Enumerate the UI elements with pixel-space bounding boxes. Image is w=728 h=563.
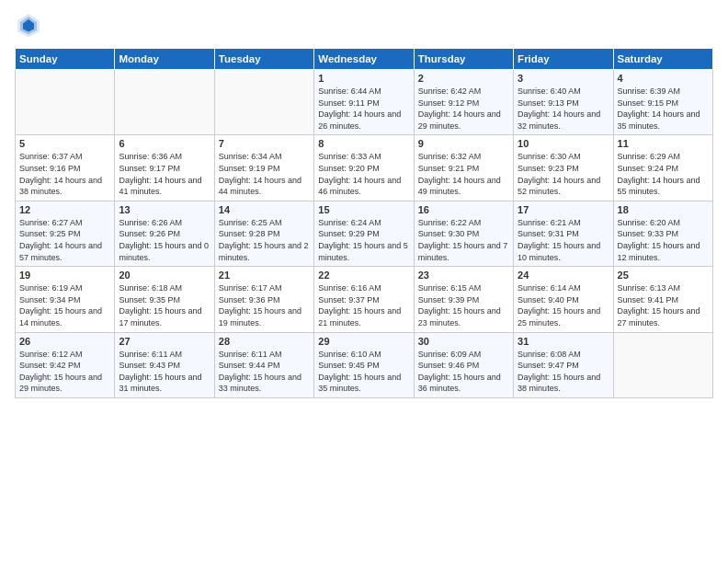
day-number: 12 xyxy=(19,204,110,215)
calendar-cell: 4Sunrise: 6:39 AM Sunset: 9:15 PM Daylig… xyxy=(613,70,712,135)
day-info: Sunrise: 6:18 AM Sunset: 9:35 PM Dayligh… xyxy=(119,282,210,328)
day-info: Sunrise: 6:34 AM Sunset: 9:19 PM Dayligh… xyxy=(219,151,310,197)
day-number: 7 xyxy=(219,138,310,149)
calendar-cell: 16Sunrise: 6:22 AM Sunset: 9:30 PM Dayli… xyxy=(414,201,513,266)
header-cell-wednesday: Wednesday xyxy=(314,49,414,70)
day-info: Sunrise: 6:12 AM Sunset: 9:42 PM Dayligh… xyxy=(19,349,110,395)
header xyxy=(15,11,713,39)
day-number: 19 xyxy=(19,270,110,281)
day-number: 17 xyxy=(518,204,609,215)
calendar-cell: 3Sunrise: 6:40 AM Sunset: 9:13 PM Daylig… xyxy=(514,70,613,135)
day-number: 6 xyxy=(119,138,210,149)
day-info: Sunrise: 6:10 AM Sunset: 9:45 PM Dayligh… xyxy=(318,349,409,395)
calendar-cell: 12Sunrise: 6:27 AM Sunset: 9:25 PM Dayli… xyxy=(16,201,115,266)
day-info: Sunrise: 6:22 AM Sunset: 9:30 PM Dayligh… xyxy=(418,217,509,263)
day-info: Sunrise: 6:20 AM Sunset: 9:33 PM Dayligh… xyxy=(618,217,709,263)
day-info: Sunrise: 6:33 AM Sunset: 9:20 PM Dayligh… xyxy=(318,151,409,197)
day-info: Sunrise: 6:24 AM Sunset: 9:29 PM Dayligh… xyxy=(318,217,409,263)
day-info: Sunrise: 6:19 AM Sunset: 9:34 PM Dayligh… xyxy=(19,282,110,328)
day-number: 23 xyxy=(418,270,509,281)
calendar-cell: 22Sunrise: 6:16 AM Sunset: 9:37 PM Dayli… xyxy=(314,267,414,332)
calendar-cell: 30Sunrise: 6:09 AM Sunset: 9:46 PM Dayli… xyxy=(414,332,513,397)
day-info: Sunrise: 6:15 AM Sunset: 9:39 PM Dayligh… xyxy=(418,282,509,328)
day-info: Sunrise: 6:14 AM Sunset: 9:40 PM Dayligh… xyxy=(518,282,609,328)
day-number: 2 xyxy=(418,73,509,84)
calendar-header: SundayMondayTuesdayWednesdayThursdayFrid… xyxy=(16,49,713,70)
day-number: 18 xyxy=(618,204,709,215)
header-cell-sunday: Sunday xyxy=(16,49,115,70)
day-number: 16 xyxy=(418,204,509,215)
day-info: Sunrise: 6:37 AM Sunset: 9:16 PM Dayligh… xyxy=(19,151,110,197)
day-info: Sunrise: 6:32 AM Sunset: 9:21 PM Dayligh… xyxy=(418,151,509,197)
header-cell-saturday: Saturday xyxy=(613,49,712,70)
day-number: 13 xyxy=(119,204,210,215)
day-number: 27 xyxy=(119,336,210,347)
header-cell-friday: Friday xyxy=(514,49,613,70)
logo xyxy=(15,11,46,39)
calendar-cell: 28Sunrise: 6:11 AM Sunset: 9:44 PM Dayli… xyxy=(214,332,313,397)
calendar-cell: 14Sunrise: 6:25 AM Sunset: 9:28 PM Dayli… xyxy=(214,201,313,266)
day-number: 1 xyxy=(318,73,409,84)
calendar-cell: 17Sunrise: 6:21 AM Sunset: 9:31 PM Dayli… xyxy=(514,201,613,266)
calendar-cell: 18Sunrise: 6:20 AM Sunset: 9:33 PM Dayli… xyxy=(613,201,712,266)
day-number: 31 xyxy=(518,336,609,347)
calendar-cell: 27Sunrise: 6:11 AM Sunset: 9:43 PM Dayli… xyxy=(115,332,214,397)
day-info: Sunrise: 6:36 AM Sunset: 9:17 PM Dayligh… xyxy=(119,151,210,197)
calendar-cell: 20Sunrise: 6:18 AM Sunset: 9:35 PM Dayli… xyxy=(115,267,214,332)
header-cell-thursday: Thursday xyxy=(414,49,513,70)
calendar-cell xyxy=(16,70,115,135)
day-number: 15 xyxy=(318,204,409,215)
calendar-cell: 21Sunrise: 6:17 AM Sunset: 9:36 PM Dayli… xyxy=(214,267,313,332)
calendar-cell: 5Sunrise: 6:37 AM Sunset: 9:16 PM Daylig… xyxy=(16,135,115,201)
calendar-cell: 19Sunrise: 6:19 AM Sunset: 9:34 PM Dayli… xyxy=(16,267,115,332)
calendar-cell: 31Sunrise: 6:08 AM Sunset: 9:47 PM Dayli… xyxy=(514,332,613,397)
day-info: Sunrise: 6:27 AM Sunset: 9:25 PM Dayligh… xyxy=(19,217,110,263)
day-info: Sunrise: 6:42 AM Sunset: 9:12 PM Dayligh… xyxy=(418,86,509,132)
day-number: 21 xyxy=(219,270,310,281)
calendar-cell: 13Sunrise: 6:26 AM Sunset: 9:26 PM Dayli… xyxy=(115,201,214,266)
day-info: Sunrise: 6:17 AM Sunset: 9:36 PM Dayligh… xyxy=(219,282,310,328)
calendar-cell: 15Sunrise: 6:24 AM Sunset: 9:29 PM Dayli… xyxy=(314,201,414,266)
calendar-cell: 6Sunrise: 6:36 AM Sunset: 9:17 PM Daylig… xyxy=(115,135,214,201)
day-number: 26 xyxy=(19,336,110,347)
header-row: SundayMondayTuesdayWednesdayThursdayFrid… xyxy=(16,49,713,70)
calendar-cell xyxy=(613,332,712,397)
day-number: 28 xyxy=(219,336,310,347)
day-info: Sunrise: 6:25 AM Sunset: 9:28 PM Dayligh… xyxy=(219,217,310,263)
header-cell-monday: Monday xyxy=(115,49,214,70)
day-number: 11 xyxy=(618,138,709,149)
day-info: Sunrise: 6:08 AM Sunset: 9:47 PM Dayligh… xyxy=(518,349,609,395)
calendar-cell: 24Sunrise: 6:14 AM Sunset: 9:40 PM Dayli… xyxy=(514,267,613,332)
calendar-cell: 29Sunrise: 6:10 AM Sunset: 9:45 PM Dayli… xyxy=(314,332,414,397)
day-info: Sunrise: 6:09 AM Sunset: 9:46 PM Dayligh… xyxy=(418,349,509,395)
day-number: 8 xyxy=(318,138,409,149)
day-number: 9 xyxy=(418,138,509,149)
calendar-cell: 1Sunrise: 6:44 AM Sunset: 9:11 PM Daylig… xyxy=(314,70,414,135)
calendar-cell: 7Sunrise: 6:34 AM Sunset: 9:19 PM Daylig… xyxy=(214,135,313,201)
day-number: 5 xyxy=(19,138,110,149)
page: SundayMondayTuesdayWednesdayThursdayFrid… xyxy=(0,0,728,563)
day-number: 22 xyxy=(318,270,409,281)
calendar-week-2: 5Sunrise: 6:37 AM Sunset: 9:16 PM Daylig… xyxy=(16,135,713,201)
day-info: Sunrise: 6:21 AM Sunset: 9:31 PM Dayligh… xyxy=(518,217,609,263)
day-number: 10 xyxy=(518,138,609,149)
day-info: Sunrise: 6:11 AM Sunset: 9:43 PM Dayligh… xyxy=(119,349,210,395)
calendar-body: 1Sunrise: 6:44 AM Sunset: 9:11 PM Daylig… xyxy=(16,70,713,398)
header-cell-tuesday: Tuesday xyxy=(214,49,313,70)
logo-icon xyxy=(15,11,42,39)
day-number: 14 xyxy=(219,204,310,215)
day-info: Sunrise: 6:40 AM Sunset: 9:13 PM Dayligh… xyxy=(518,86,609,132)
calendar-cell xyxy=(115,70,214,135)
day-info: Sunrise: 6:13 AM Sunset: 9:41 PM Dayligh… xyxy=(618,282,709,328)
calendar-cell: 9Sunrise: 6:32 AM Sunset: 9:21 PM Daylig… xyxy=(414,135,513,201)
calendar-cell: 10Sunrise: 6:30 AM Sunset: 9:23 PM Dayli… xyxy=(514,135,613,201)
day-info: Sunrise: 6:39 AM Sunset: 9:15 PM Dayligh… xyxy=(618,86,709,132)
calendar-cell: 8Sunrise: 6:33 AM Sunset: 9:20 PM Daylig… xyxy=(314,135,414,201)
day-number: 24 xyxy=(518,270,609,281)
calendar-week-1: 1Sunrise: 6:44 AM Sunset: 9:11 PM Daylig… xyxy=(16,70,713,135)
calendar-table: SundayMondayTuesdayWednesdayThursdayFrid… xyxy=(15,48,713,398)
day-info: Sunrise: 6:30 AM Sunset: 9:23 PM Dayligh… xyxy=(518,151,609,197)
calendar-week-4: 19Sunrise: 6:19 AM Sunset: 9:34 PM Dayli… xyxy=(16,267,713,332)
calendar-cell: 2Sunrise: 6:42 AM Sunset: 9:12 PM Daylig… xyxy=(414,70,513,135)
day-number: 30 xyxy=(418,336,509,347)
